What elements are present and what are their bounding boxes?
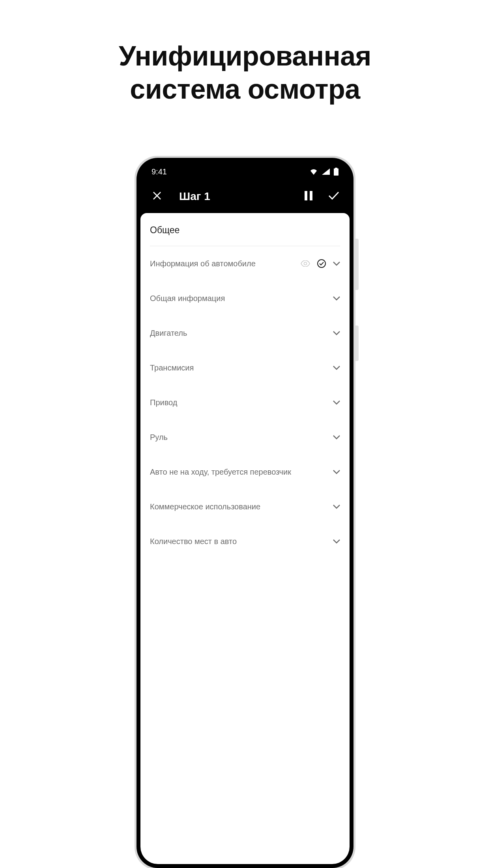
phone-screen: 9:41 [140, 162, 350, 864]
svg-rect-1 [334, 168, 339, 176]
svg-rect-0 [335, 168, 337, 168]
inspection-item-icons [333, 435, 340, 440]
inspection-item-label: Привод [150, 398, 333, 407]
inspection-item-icons [333, 296, 340, 301]
inspection-item-icons [301, 259, 340, 268]
inspection-item-icons [333, 331, 340, 335]
inspection-item-label: Общая информация [150, 294, 333, 303]
inspection-item[interactable]: Привод [150, 385, 340, 420]
content-area: Общее Информация об автомобилеОбщая инфо… [140, 213, 350, 864]
inspection-item[interactable]: Двигатель [150, 316, 340, 350]
inspection-item[interactable]: Руль [150, 420, 340, 455]
pause-icon [305, 191, 312, 202]
inspection-item[interactable]: Количество мест в авто [150, 524, 340, 559]
inspection-item-label: Двигатель [150, 329, 333, 338]
battery-icon [334, 168, 339, 176]
chevron-down-icon [333, 262, 340, 266]
inspection-item-icons [333, 505, 340, 509]
phone-mockup: 9:41 [135, 156, 355, 868]
inspection-item-icons [333, 539, 340, 544]
status-time: 9:41 [151, 167, 167, 176]
phone-frame: 9:41 [137, 158, 353, 868]
chevron-down-icon [333, 331, 340, 335]
status-bar: 9:41 [140, 162, 350, 181]
inspection-item-label: Руль [150, 433, 333, 442]
inspection-item-label: Авто не на ходу, требуется перевозчик [150, 468, 333, 477]
headline-line-2: система осмотра [0, 73, 490, 106]
inspection-item[interactable]: Коммерческое использование [150, 489, 340, 524]
svg-point-4 [304, 262, 307, 265]
confirm-button[interactable] [327, 190, 340, 203]
phone-side-button-2 [355, 326, 359, 361]
app-bar: Шаг 1 [140, 181, 350, 211]
inspection-item-label: Информация об автомобиле [150, 259, 301, 268]
svg-rect-3 [310, 191, 312, 200]
inspection-item-label: Трансмисия [150, 363, 333, 372]
phone-side-button-1 [355, 239, 359, 290]
chevron-down-icon [333, 400, 340, 405]
check-circle-icon [317, 259, 326, 268]
inspection-item-icons [333, 470, 340, 474]
inspection-item-label: Количество мест в авто [150, 537, 333, 546]
inspection-item[interactable]: Авто не на ходу, требуется перевозчик [150, 455, 340, 489]
chevron-down-icon [333, 296, 340, 301]
chevron-down-icon [333, 435, 340, 440]
chevron-down-icon [333, 539, 340, 544]
close-button[interactable] [150, 189, 164, 204]
chevron-down-icon [333, 366, 340, 370]
inspection-item-icons [333, 366, 340, 370]
inspection-list: Информация об автомобилеОбщая информация… [150, 246, 340, 559]
wifi-icon [309, 168, 318, 175]
inspection-item-label: Коммерческое использование [150, 502, 333, 511]
signal-icon [322, 168, 330, 175]
section-header: Общее [150, 213, 340, 246]
svg-rect-2 [305, 191, 307, 200]
app-bar-actions [302, 190, 340, 203]
close-icon [153, 191, 161, 202]
status-icons [309, 168, 339, 176]
app-bar-title: Шаг 1 [179, 190, 297, 203]
check-icon [328, 191, 339, 202]
eye-icon [301, 260, 310, 267]
svg-point-5 [318, 260, 325, 268]
inspection-item[interactable]: Общая информация [150, 281, 340, 316]
inspection-item[interactable]: Информация об автомобиле [150, 246, 340, 281]
headline-line-1: Унифицированная [0, 39, 490, 73]
chevron-down-icon [333, 505, 340, 509]
phone-outer-shell: 9:41 [135, 156, 355, 868]
marketing-headline: Унифицированная система осмотра [0, 0, 490, 106]
inspection-item-icons [333, 400, 340, 405]
chevron-down-icon [333, 470, 340, 474]
inspection-item[interactable]: Трансмисия [150, 350, 340, 385]
pause-button[interactable] [302, 190, 315, 203]
